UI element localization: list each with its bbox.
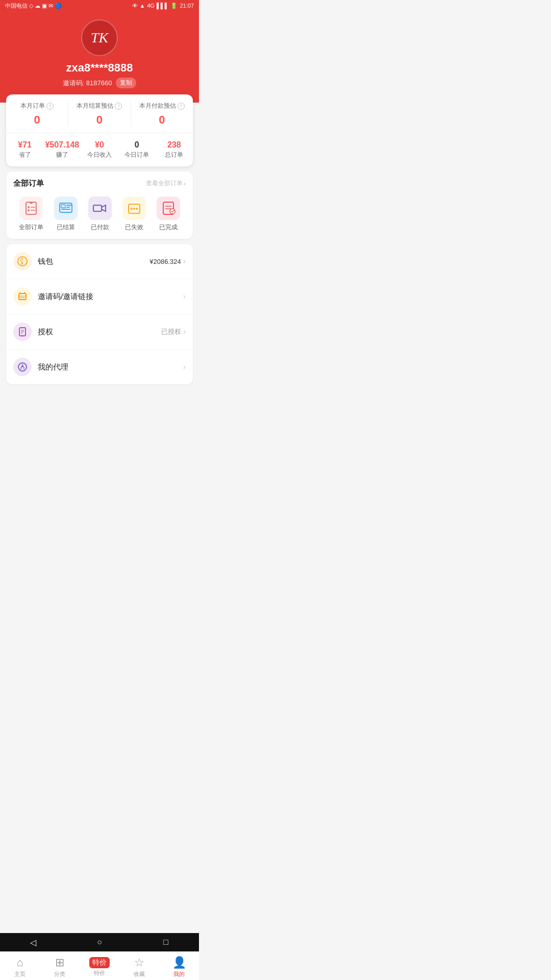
svg-point-3 [28, 209, 30, 211]
app-icon-3: 🔵 [55, 3, 62, 9]
earned-label: 赚了 [43, 151, 81, 159]
paid-icon [92, 200, 108, 216]
settled-icon [58, 200, 74, 216]
order-completed[interactable]: 已完成 [157, 197, 180, 232]
battery-icon: 🔋 [170, 3, 178, 9]
view-all-orders[interactable]: 查看全部订单 › [146, 179, 186, 188]
app-icon-1: ▣ [42, 3, 47, 9]
completed-icon [160, 200, 177, 216]
svg-point-12 [131, 208, 133, 210]
time: 21:07 [180, 3, 194, 9]
status-right: 👁 ▲ 4G ▌▌▌ 🔋 21:07 [132, 3, 194, 9]
stats-top-row: 本月订单 ? 0 本月结算预估 ? 0 本月付款预估 ? 0 [6, 102, 193, 133]
cloud-icon: ☁ [35, 3, 40, 9]
orders-icons-row: 全部订单 已结算 [13, 197, 186, 232]
help-icon-1[interactable]: ? [46, 103, 54, 110]
auth-right: 已授权 › [161, 327, 186, 336]
saved-value: ¥71 [6, 140, 43, 150]
wallet-menu-item[interactable]: 钱包 ¥2086.324 › [6, 244, 193, 279]
svg-rect-10 [93, 205, 102, 211]
status-bar: 中国电信 ◇ ☁ ▣ ✉ 🔵 👁 ▲ 4G ▌▌▌ 🔋 21:07 [0, 0, 199, 11]
lte-icon: 4G [147, 3, 155, 9]
svg-point-25 [18, 363, 27, 371]
today-orders-stat: 0 今日订单 [118, 140, 156, 159]
eye-icon: 👁 [132, 3, 138, 9]
signal-icon: ◇ [29, 3, 33, 9]
auth-menu-item[interactable]: 授权 已授权 › [6, 314, 193, 350]
orders-header: 全部订单 查看全部订单 › [13, 179, 186, 188]
chevron-right-icon: › [184, 180, 186, 187]
invite-code-row: 邀请码: 8187660 复制 [63, 78, 137, 88]
wallet-right: ¥2086.324 › [149, 257, 186, 266]
expired-icon [126, 200, 142, 216]
order-expired-label: 已失效 [125, 223, 143, 232]
order-expired[interactable]: 已失效 [122, 197, 146, 232]
auth-label: 授权 [38, 327, 161, 337]
monthly-orders: 本月订单 ? 0 [6, 102, 68, 127]
saved-stat: ¥71 省了 [6, 140, 43, 159]
invite-code-text: 邀请码: 8187660 [63, 79, 112, 88]
status-left: 中国电信 ◇ ☁ ▣ ✉ 🔵 [5, 2, 62, 10]
myagent-menu-item[interactable]: 我的代理 › [6, 350, 193, 384]
svg-rect-8 [66, 207, 70, 208]
svg-rect-9 [61, 209, 70, 210]
today-income-label: 今日收入 [81, 151, 118, 159]
monthly-payment-label: 本月付款预估 [139, 102, 176, 110]
orders-title: 全部订单 [13, 179, 44, 188]
svg-rect-20 [19, 293, 26, 300]
total-orders-stat: 238 总订单 [156, 140, 193, 159]
help-icon-2[interactable]: ? [115, 103, 122, 110]
orders-card: 全部订单 查看全部订单 › 全部订单 [6, 172, 193, 239]
order-all-label: 全部订单 [19, 223, 43, 232]
myagent-icon [13, 358, 32, 376]
wallet-value: ¥2086.324 [149, 258, 181, 265]
copy-button[interactable]: 复制 [116, 78, 136, 88]
invite-right: › [183, 292, 186, 301]
order-completed-label: 已完成 [159, 223, 178, 232]
svg-point-14 [136, 208, 138, 210]
app-icon-2: ✉ [48, 3, 53, 9]
order-all[interactable]: 全部订单 [19, 197, 43, 232]
username: zxa8****8888 [66, 61, 133, 75]
auth-icon [13, 323, 32, 341]
invite-menu-item[interactable]: 邀请码/邀请链接 › [6, 279, 193, 314]
svg-point-26 [22, 364, 23, 366]
svg-rect-7 [66, 205, 71, 206]
svg-point-1 [28, 206, 30, 208]
order-paid-label: 已付款 [91, 223, 109, 232]
monthly-settlement-label: 本月结算预估 [77, 102, 113, 110]
stats-card: 本月订单 ? 0 本月结算预估 ? 0 本月付款预估 ? 0 [6, 94, 193, 166]
svg-point-13 [133, 208, 135, 210]
auth-chevron: › [183, 327, 186, 336]
myagent-chevron: › [183, 362, 186, 372]
all-orders-icon [23, 200, 39, 216]
wallet-label: 钱包 [38, 257, 149, 266]
svg-rect-6 [61, 205, 65, 208]
monthly-settlement: 本月结算预估 ? 0 [68, 102, 131, 127]
invite-icon [13, 287, 32, 306]
today-orders-label: 今日订单 [118, 151, 156, 159]
avatar: TK [81, 19, 118, 56]
monthly-payment: 本月付款预估 ? 0 [131, 102, 193, 127]
myagent-right: › [183, 362, 186, 372]
monthly-orders-value: 0 [6, 113, 68, 127]
earned-value: ¥507.148 [43, 140, 81, 150]
auth-status: 已授权 [161, 327, 181, 336]
earned-stat: ¥507.148 赚了 [43, 140, 81, 159]
help-icon-3[interactable]: ? [178, 103, 185, 110]
total-orders-value: 238 [156, 140, 193, 150]
invite-label: 邀请码/邀请链接 [38, 292, 183, 302]
stats-bottom-row: ¥71 省了 ¥507.148 赚了 ¥0 今日收入 0 今日订单 238 总订… [6, 138, 193, 163]
wallet-icon [13, 252, 32, 271]
order-paid[interactable]: 已付款 [88, 197, 112, 232]
wifi-icon: ▲ [140, 3, 145, 9]
today-orders-value: 0 [118, 140, 156, 150]
total-orders-label: 总订单 [156, 151, 193, 159]
menu-section: 钱包 ¥2086.324 › 邀请码/邀请链接 › [6, 244, 193, 384]
order-settled[interactable]: 已结算 [54, 197, 78, 232]
monthly-settlement-value: 0 [68, 113, 130, 127]
profile-header: TK zxa8****8888 邀请码: 8187660 复制 [0, 11, 199, 103]
monthly-payment-value: 0 [131, 113, 193, 127]
saved-label: 省了 [6, 151, 43, 159]
today-income-stat: ¥0 今日收入 [81, 140, 118, 159]
